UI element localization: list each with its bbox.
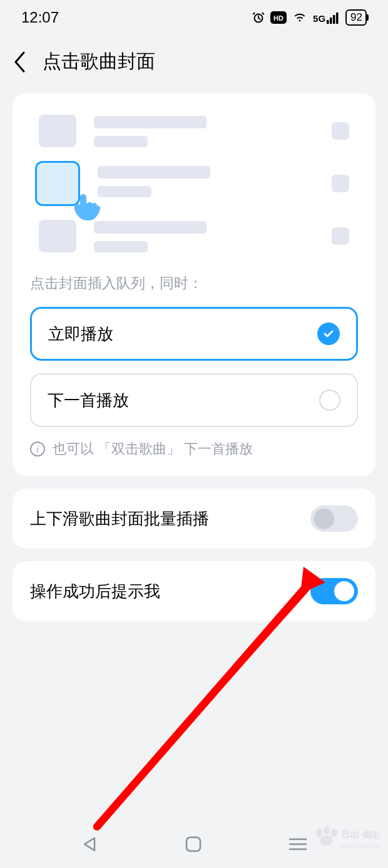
setting-notify-success: 操作成功后提示我 [13, 561, 375, 621]
illustration-thumb [39, 115, 76, 147]
nav-recents-button[interactable] [288, 837, 307, 852]
illustration-thumb [39, 220, 76, 252]
svg-point-15 [320, 835, 333, 845]
status-time: 12:07 [21, 9, 59, 26]
svg-rect-6 [336, 13, 339, 24]
section-label: 点击封面插入队列，同时： [30, 274, 358, 293]
toggle-swipe-batch[interactable] [310, 505, 358, 532]
svg-rect-8 [186, 837, 200, 851]
network-label: 5G [313, 13, 325, 24]
illustration-handle [332, 227, 349, 245]
info-icon: i [30, 442, 45, 457]
hd-icon: HD [270, 11, 287, 24]
option-label: 下一首播放 [48, 390, 129, 411]
battery-level: 92 [350, 11, 362, 24]
svg-rect-5 [333, 15, 335, 24]
cover-tap-card: 点击封面插入队列，同时： 立即播放 下一首播放 i 也可以 「双击歌曲」 下一首… [13, 93, 375, 476]
nav-home-button[interactable] [185, 836, 202, 852]
hint-text: 也可以 「双击歌曲」 下一首播放 [53, 440, 253, 458]
alarm-icon [252, 11, 265, 24]
svg-rect-4 [330, 18, 332, 24]
setting-label: 上下滑歌曲封面批量插播 [30, 508, 209, 530]
radio-empty-icon [319, 390, 340, 411]
svg-point-13 [324, 826, 330, 835]
page-title: 点击歌曲封面 [43, 49, 155, 75]
option-label: 立即播放 [48, 323, 113, 345]
pointer-hand-icon [71, 194, 105, 221]
svg-point-12 [316, 829, 322, 837]
back-icon[interactable] [13, 51, 26, 73]
check-icon [317, 323, 340, 345]
nav-back-button[interactable] [81, 835, 98, 853]
battery-indicator: 92 [345, 9, 367, 26]
setting-label: 操作成功后提示我 [30, 581, 160, 602]
illustration-handle [332, 122, 349, 140]
toggle-notify-success[interactable] [310, 578, 358, 604]
illustration-handle [332, 175, 349, 192]
signal-icon [327, 11, 340, 24]
svg-text:HD: HD [273, 14, 283, 22]
svg-rect-3 [327, 20, 329, 24]
status-indicators: HD 5G 92 [252, 9, 367, 26]
watermark: Bai du 经验 jingyan.baidu.com [310, 824, 379, 854]
option-play-now[interactable]: 立即播放 [30, 307, 358, 361]
svg-text:jingyan.baidu.com: jingyan.baidu.com [341, 843, 379, 849]
hint-row: i 也可以 「双击歌曲」 下一首播放 [30, 440, 358, 458]
page-header: 点击歌曲封面 [0, 35, 388, 88]
svg-point-14 [331, 829, 337, 837]
setting-swipe-batch: 上下滑歌曲封面批量插播 [13, 488, 375, 549]
status-bar: 12:07 HD 5G 92 [0, 0, 388, 35]
wifi-icon [292, 11, 308, 24]
illustration [30, 115, 358, 274]
option-play-next[interactable]: 下一首播放 [30, 373, 358, 427]
watermark-sub: 经验 [364, 830, 379, 840]
